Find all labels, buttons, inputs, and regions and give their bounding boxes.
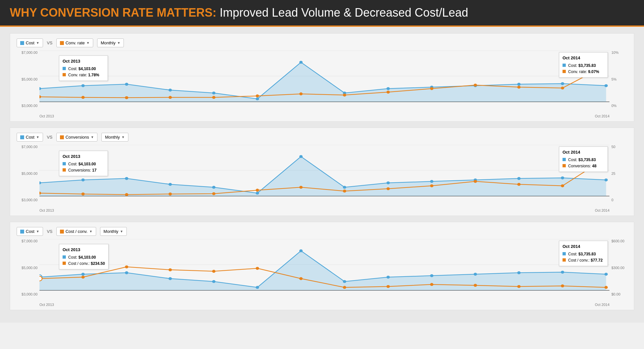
chart1-svg: [39, 51, 609, 108]
chart1-wrapper: $7,000.00 $5,000.00 $3,000.00: [17, 51, 627, 118]
svg-point-19: [81, 96, 85, 99]
svg-marker-35: [39, 157, 606, 196]
svg-point-94: [561, 284, 564, 287]
chart3-tt-right-val2: $77.72: [591, 258, 603, 263]
chart2-metric2-label: Conversions: [66, 135, 89, 140]
chart2-tt-left-val1: $4,103.00: [79, 162, 96, 166]
svg-point-24: [299, 92, 302, 95]
svg-point-92: [474, 284, 477, 287]
chart2-metric2-color: [60, 135, 64, 139]
chart3-metric2-btn[interactable]: Cost / conv. ▼: [56, 227, 96, 236]
svg-point-85: [168, 268, 172, 271]
chart2-tt-left-label1: Cost:: [68, 162, 77, 166]
svg-point-61: [517, 183, 520, 186]
svg-point-40: [212, 186, 215, 189]
chart3-y-left-0: $7,000.00: [17, 239, 37, 243]
svg-point-60: [474, 180, 477, 183]
svg-point-42: [299, 155, 302, 158]
chart3-x-left: Oct 2013: [39, 303, 54, 307]
chart3-tt-right-label1: Cost:: [568, 252, 577, 256]
chart1-tt-right-line2: Conv. rate: 9.07%: [563, 69, 604, 75]
chart3-metric1-color: [20, 230, 24, 234]
svg-point-79: [474, 273, 477, 276]
chart3-tt-left-line2: Cost / conv.: $234.50: [63, 261, 105, 267]
chart2-y-left-2: $3,000.00: [17, 198, 37, 202]
svg-point-9: [256, 98, 259, 100]
chart1-y-right-1: 5%: [611, 77, 627, 81]
chart1-tooltip-right: Oct 2014 Cost: $3,735.83 Conv. rate: 9.0…: [559, 52, 608, 78]
chart2-y-left-1: $5,000.00: [17, 172, 37, 175]
svg-point-5: [81, 84, 85, 87]
chart3-x-right: Oct 2014: [595, 303, 609, 307]
chart1-y-left-0: $7,000.00: [17, 51, 37, 54]
svg-point-59: [430, 184, 433, 187]
chart3-y-right-0: $600.00: [611, 239, 627, 243]
chart3-tt-right-dot1: [563, 252, 566, 255]
chart2-tt-right-val2: 48: [592, 164, 596, 168]
svg-point-30: [561, 86, 564, 89]
page-header: WHY CONVERSION RATE MATTERS: Improved Le…: [0, 0, 644, 27]
svg-point-15: [517, 83, 520, 86]
chart2-wrapper: $7,000.00 $5,000.00 $3,000.00: [17, 145, 627, 212]
chart2-svg: [39, 145, 609, 202]
svg-point-52: [125, 193, 128, 196]
chart3-tt-right-val1: $3,735.83: [578, 252, 596, 256]
chart1-tt-left-title: Oct 2013: [63, 58, 104, 65]
svg-point-72: [168, 277, 172, 280]
chart3-period-label: Monthly: [104, 229, 119, 234]
chart3-metric1-arrow: ▼: [36, 230, 39, 233]
chart2-tt-right-line1: Cost: $3,735.83: [563, 157, 604, 163]
svg-point-27: [430, 87, 433, 90]
chart2-y-right-0: 50: [611, 145, 627, 149]
chart2-tt-left-line2: Conversions: 17: [63, 167, 104, 174]
svg-point-88: [299, 277, 302, 280]
chart3-tt-right-label2: Cost / conv.:: [568, 258, 590, 263]
chart3-period-btn[interactable]: Monthly ▼: [100, 227, 127, 236]
svg-marker-3: [39, 62, 606, 102]
chart3-metric1-btn[interactable]: Cost ▼: [17, 227, 43, 236]
chart1-metric1-label: Cost: [26, 40, 35, 45]
chart3-tt-left-dot1: [63, 255, 66, 259]
chart2-metric2-arrow: ▼: [91, 135, 94, 139]
svg-point-38: [125, 177, 128, 180]
chart3-tt-left-dot2: [63, 262, 66, 265]
chart3-tt-right-dot2: [563, 258, 566, 262]
charts-container: Cost ▼ VS Conv. rate ▼ Monthly ▼ $7,000.…: [0, 27, 644, 323]
chart1-metric2-btn[interactable]: Conv. rate ▼: [56, 38, 93, 47]
chart1-metric1-btn[interactable]: Cost ▼: [17, 38, 43, 47]
chart2-tt-left-dot2: [63, 168, 66, 172]
chart1-x-axis: Oct 2013 Oct 2014: [17, 114, 627, 118]
chart-section-1: Cost ▼ VS Conv. rate ▼ Monthly ▼ $7,000.…: [10, 33, 634, 122]
chart3-metric2-color: [60, 230, 64, 234]
chart2-metric1-btn[interactable]: Cost ▼: [17, 133, 43, 142]
svg-point-54: [212, 192, 215, 195]
svg-marker-67: [39, 251, 606, 290]
svg-point-44: [387, 181, 390, 184]
chart1-tt-right-label1: Cost:: [568, 63, 577, 68]
chart2-tooltip-right: Oct 2014 Cost: $3,735.83 Conversions: 48: [559, 146, 608, 172]
svg-point-37: [81, 178, 85, 181]
chart1-y-right-2: 0%: [611, 104, 627, 108]
chart2-metric1-label: Cost: [26, 135, 35, 140]
chart1-x-left: Oct 2013: [39, 114, 54, 118]
chart1-period-btn[interactable]: Monthly ▼: [97, 38, 124, 47]
svg-point-75: [299, 249, 302, 252]
svg-point-29: [517, 86, 520, 89]
svg-point-26: [387, 91, 390, 94]
svg-point-73: [212, 280, 215, 283]
chart-section-2: Cost ▼ VS Conversions ▼ Monthly ▼ $7,000…: [10, 128, 634, 216]
chart3-y-right-1: $300.00: [611, 266, 627, 270]
svg-point-25: [343, 94, 346, 97]
chart2-tt-right-label2: Conversions:: [568, 164, 591, 168]
chart2-tt-left-val2: 17: [92, 168, 96, 173]
chart2-tt-right-val1: $3,735.83: [578, 158, 596, 162]
svg-point-91: [430, 283, 433, 286]
svg-point-39: [168, 183, 172, 186]
svg-point-86: [212, 270, 215, 273]
chart1-y-left-1: $5,000.00: [17, 77, 37, 81]
chart2-metric2-btn[interactable]: Conversions ▼: [56, 133, 97, 142]
title-orange: WHY CONVERSION RATE MATTERS:: [10, 6, 216, 19]
chart3-tt-left-line1: Cost: $4,103.00: [63, 254, 105, 261]
chart2-period-btn[interactable]: Monthly ▼: [101, 133, 128, 142]
chart1-tt-left-dot2: [63, 73, 66, 76]
